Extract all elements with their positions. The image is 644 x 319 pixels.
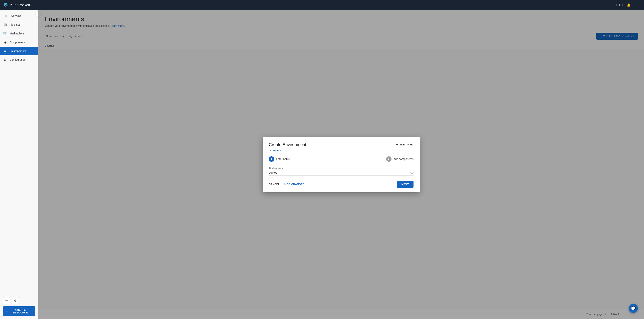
pencil-icon: ✏ — [5, 299, 8, 303]
sidebar-item-label-configuration: Configuration — [10, 58, 26, 61]
edit-yaml-label: EDIT YAML — [400, 143, 414, 146]
dialog-actions: CANCEL UNDO CHANGES NEXT — [269, 181, 414, 188]
undo-changes-button[interactable]: UNDO CHANGES — [283, 183, 304, 186]
sidebar-item-label-marketplace: Marketplace — [10, 32, 24, 35]
sidebar-bottom: ✏ ⚙ — [0, 295, 38, 306]
sidebar-nav: ⊞ Overview ▤ Pipelines 🛒 Marketplace ◈ C… — [0, 10, 38, 295]
info-button[interactable]: i — [616, 2, 622, 8]
pencil-yaml-icon: ✏ — [396, 143, 398, 146]
navbar-brand: KubeRocketCI — [3, 2, 616, 8]
sidebar-item-pipelines[interactable]: ▤ Pipelines — [0, 20, 38, 29]
components-icon: ◈ — [3, 40, 7, 44]
content-area: Environments Manage your environments wi… — [38, 10, 644, 319]
navbar-actions: i 🔔 ⋮ — [616, 2, 641, 8]
sidebar-item-label-environments: Environments — [10, 49, 26, 53]
sidebar-item-label-components: Components — [10, 41, 25, 44]
sidebar: ‹ ⊞ Overview ▤ Pipelines 🛒 Marketplace ◈… — [0, 10, 38, 319]
info-field-icon[interactable]: ⓘ — [410, 171, 414, 175]
pipeline-name-input[interactable] — [269, 171, 410, 174]
next-button[interactable]: NEXT — [397, 181, 414, 188]
marketplace-icon: 🛒 — [3, 31, 7, 35]
step-2: 2 Add components — [386, 156, 414, 162]
cancel-button[interactable]: CANCEL — [269, 183, 280, 186]
step-1-circle: 1 — [269, 156, 274, 162]
step-1-label: Enter name — [276, 157, 290, 161]
main-layout: ‹ ⊞ Overview ▤ Pipelines 🛒 Marketplace ◈… — [0, 10, 644, 319]
navbar-title: KubeRocketCI — [10, 3, 32, 7]
environments-icon: ≡ — [3, 49, 7, 53]
step-2-circle: 2 — [386, 156, 392, 162]
gear-icon: ⚙ — [14, 299, 17, 303]
dialog-header: Create Environment ✏ EDIT YAML — [269, 142, 414, 147]
edit-yaml-button[interactable]: ✏ EDIT YAML — [396, 143, 414, 146]
pipelines-icon: ▤ — [3, 22, 7, 27]
sidebar-item-configuration[interactable]: ⚙ Configuration — [0, 55, 38, 64]
more-options-button[interactable]: ⋮ — [635, 2, 641, 8]
create-resource-label: CREATE RESOURCE — [9, 308, 32, 314]
pipeline-name-input-wrap: ⓘ — [269, 171, 414, 175]
dots-icon: ⋮ — [636, 3, 640, 7]
dialog-overlay: Create Environment ✏ EDIT YAML Learn mor… — [38, 10, 644, 319]
sidebar-item-marketplace[interactable]: 🛒 Marketplace — [0, 29, 38, 38]
step-2-number: 2 — [388, 157, 390, 160]
pipeline-name-label: Pipeline name — [269, 167, 414, 170]
settings-icon-button[interactable]: ⚙ — [12, 297, 19, 304]
bell-icon: 🔔 — [627, 3, 630, 7]
overview-icon: ⊞ — [3, 14, 7, 18]
sidebar-item-label-overview: Overview — [10, 14, 21, 17]
configuration-icon: ⚙ — [3, 58, 7, 62]
sidebar-item-environments[interactable]: ≡ Environments — [0, 47, 38, 55]
plus-icon: + — [6, 310, 8, 313]
pipeline-name-field: Pipeline name ⓘ — [269, 167, 414, 175]
logo-icon — [3, 2, 8, 8]
sidebar-item-components[interactable]: ◈ Components — [0, 38, 38, 47]
step-divider — [293, 159, 383, 159]
create-resource-button[interactable]: + CREATE RESOURCE — [3, 306, 35, 316]
navbar: KubeRocketCI i 🔔 ⋮ — [0, 0, 644, 10]
chat-fab-button[interactable]: 💬 — [629, 304, 638, 313]
step-1: 1 Enter name — [269, 156, 290, 162]
info-icon: i — [619, 3, 620, 7]
create-environment-dialog: Create Environment ✏ EDIT YAML Learn mor… — [263, 137, 420, 192]
notification-button[interactable]: 🔔 — [626, 2, 632, 8]
dialog-learn-more-link[interactable]: Learn more. — [269, 149, 414, 152]
step-2-label: Add components — [394, 157, 414, 161]
stepper: 1 Enter name 2 Add components — [269, 156, 414, 162]
dialog-title: Create Environment — [269, 142, 306, 147]
edit-icon-button[interactable]: ✏ — [3, 297, 10, 304]
step-1-number: 1 — [271, 157, 272, 160]
chat-icon: 💬 — [631, 306, 636, 311]
sidebar-item-overview[interactable]: ⊞ Overview — [0, 11, 38, 20]
sidebar-item-label-pipelines: Pipelines — [10, 23, 20, 26]
